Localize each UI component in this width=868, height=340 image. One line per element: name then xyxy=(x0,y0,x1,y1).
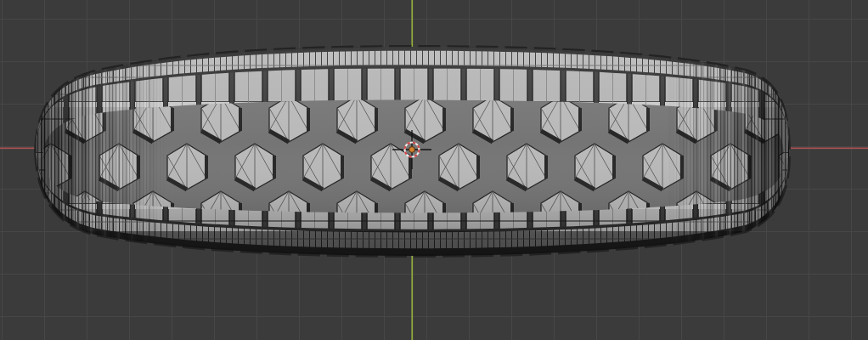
tire-mesh-object[interactable] xyxy=(0,34,868,264)
3d-viewport[interactable] xyxy=(0,0,868,340)
object-origin-dot xyxy=(409,147,415,153)
viewport-canvas xyxy=(0,0,868,340)
